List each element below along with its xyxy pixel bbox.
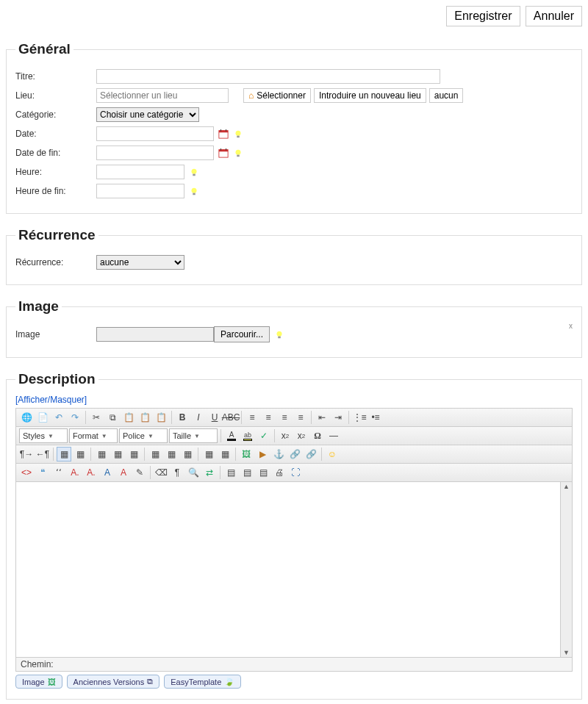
editor-scrollbar[interactable]: ▲ ▼ <box>560 482 572 657</box>
superscript-button[interactable]: x2 <box>294 428 309 443</box>
align-justify-icon[interactable]: ≡ <box>293 410 308 425</box>
merge-cells-icon[interactable]: ▦ <box>201 447 216 461</box>
save-button[interactable]: Enregistrer <box>446 6 520 26</box>
delete-row-icon[interactable]: ▦ <box>126 447 141 461</box>
unordered-list-icon[interactable]: •≡ <box>368 410 383 425</box>
row-before-icon[interactable]: ▦ <box>94 447 109 461</box>
anchor-icon[interactable]: ⚓ <box>271 447 286 461</box>
col-after-icon[interactable]: ▦ <box>164 447 179 461</box>
html-source-icon[interactable]: <> <box>19 465 34 480</box>
ins-icon[interactable]: A <box>116 465 131 480</box>
remove-format-icon[interactable]: ⌫ <box>154 465 168 480</box>
date-input[interactable] <box>96 126 214 141</box>
font-select[interactable]: Police▼ <box>119 428 168 443</box>
link-icon[interactable]: 🔗 <box>287 447 302 461</box>
svg-rect-7 <box>219 150 228 152</box>
toggle-editor-link[interactable]: [Afficher/Masquer] <box>15 395 87 405</box>
rtl-icon[interactable]: ←¶ <box>35 447 50 461</box>
spellcheck-icon[interactable]: ✓ <box>257 428 271 443</box>
outdent-icon[interactable]: ⇤ <box>315 410 329 425</box>
scroll-down-icon[interactable]: ▼ <box>562 648 570 657</box>
tab-image[interactable]: Image🖼 <box>15 675 62 689</box>
calendar-icon[interactable] <box>218 129 229 139</box>
category-select[interactable]: Choisir une catégorie <box>96 107 199 122</box>
underline-button[interactable]: U <box>207 410 222 425</box>
browse-button[interactable]: Parcourir... <box>214 326 270 342</box>
cancel-button[interactable]: Annuler <box>526 6 582 26</box>
attrib-icon[interactable]: ✎ <box>132 465 147 480</box>
cut-icon[interactable]: ✂ <box>89 410 104 425</box>
find-icon[interactable]: 🔍 <box>186 465 201 480</box>
acronym-icon[interactable]: A. <box>84 465 98 480</box>
end-time-input[interactable] <box>96 184 184 198</box>
fullscreen-icon[interactable]: ⛶ <box>288 465 303 480</box>
bold-button[interactable]: B <box>175 410 190 425</box>
bulb-icon[interactable] <box>233 129 243 139</box>
visual-chars-icon[interactable]: ¶ <box>170 465 184 480</box>
special-char-button[interactable]: Ω <box>310 428 325 443</box>
layer2-icon[interactable]: ▤ <box>256 465 270 480</box>
align-left-icon[interactable]: ≡ <box>245 410 259 425</box>
scroll-up-icon[interactable]: ▲ <box>562 482 570 491</box>
bulb-icon[interactable] <box>274 329 284 340</box>
editor-content-area[interactable]: ▲ ▼ <box>16 482 572 657</box>
row-after-icon[interactable]: ▦ <box>110 447 125 461</box>
layer-icon[interactable]: ▤ <box>240 465 254 480</box>
split-cells-icon[interactable]: ▦ <box>218 447 232 461</box>
redo-icon[interactable]: ↷ <box>68 410 82 425</box>
place-input[interactable] <box>96 88 229 103</box>
paste-icon[interactable]: 📋 <box>121 410 136 425</box>
col-before-icon[interactable]: ▦ <box>148 447 162 461</box>
recurrence-select[interactable]: aucune <box>96 255 184 270</box>
new-place-button[interactable]: Introduire un nouveau lieu <box>314 88 426 103</box>
delete-image-button[interactable]: x <box>569 322 573 330</box>
align-center-icon[interactable]: ≡ <box>261 410 276 425</box>
paste-text-icon[interactable]: 📋 <box>137 410 152 425</box>
hr-button[interactable]: — <box>326 428 341 443</box>
globe-icon[interactable]: 🌐 <box>19 410 34 425</box>
ltr-icon[interactable]: ¶→ <box>19 447 34 461</box>
ordered-list-icon[interactable]: ⋮≡ <box>352 410 367 425</box>
indent-icon[interactable]: ⇥ <box>331 410 345 425</box>
backcolor-button[interactable]: ab <box>240 428 255 443</box>
bulb-icon[interactable] <box>189 186 199 196</box>
time-input[interactable] <box>96 165 184 179</box>
replace-icon[interactable]: ⇄ <box>202 465 217 480</box>
bulb-icon[interactable] <box>233 148 243 158</box>
template-icon[interactable]: ▤ <box>223 465 238 480</box>
end-date-input[interactable] <box>96 146 214 160</box>
undo-icon[interactable]: ↶ <box>51 410 66 425</box>
tab-versions[interactable]: Anciennes Versions⧉ <box>67 675 160 689</box>
blockquote-icon[interactable]: ❝ <box>35 465 50 480</box>
format-select[interactable]: Format▼ <box>69 428 118 443</box>
italic-button[interactable]: I <box>191 410 206 425</box>
copy-icon[interactable]: ⧉ <box>105 410 120 425</box>
delete-col-icon[interactable]: ▦ <box>180 447 195 461</box>
svg-rect-5 <box>237 136 240 138</box>
print-icon[interactable]: 🖨 <box>272 465 287 480</box>
strike-button[interactable]: ABC <box>223 410 238 425</box>
media-icon[interactable]: ▶ <box>255 447 270 461</box>
new-page-icon[interactable]: 📄 <box>35 410 50 425</box>
insert-table-icon[interactable]: ▦ <box>57 447 71 461</box>
select-place-button[interactable]: ⌂ Sélectionner <box>243 88 311 103</box>
paste-word-icon[interactable]: 📋 <box>154 410 168 425</box>
title-input[interactable] <box>96 69 440 84</box>
subscript-button[interactable]: x2 <box>278 428 293 443</box>
abbr-icon[interactable]: A. <box>68 465 82 480</box>
del-icon[interactable]: A <box>100 465 115 480</box>
no-place-button[interactable]: aucun <box>429 88 464 103</box>
edit-table-icon[interactable]: ▦ <box>73 447 87 461</box>
unlink-icon[interactable]: 🔗 <box>304 447 318 461</box>
calendar-icon[interactable] <box>218 148 229 158</box>
smiley-icon[interactable]: ☺ <box>325 447 340 461</box>
size-select[interactable]: Taille▼ <box>169 428 218 443</box>
general-legend: Général <box>15 41 74 57</box>
forecolor-button[interactable]: A <box>224 428 239 443</box>
tab-easytemplate[interactable]: EasyTemplate🍃 <box>164 675 241 689</box>
styles-select[interactable]: Styles▼ <box>19 428 68 443</box>
bulb-icon[interactable] <box>189 167 199 177</box>
align-right-icon[interactable]: ≡ <box>277 410 292 425</box>
image-icon[interactable]: 🖼 <box>239 447 254 461</box>
cite-icon[interactable]: ʻʻ <box>51 465 66 480</box>
